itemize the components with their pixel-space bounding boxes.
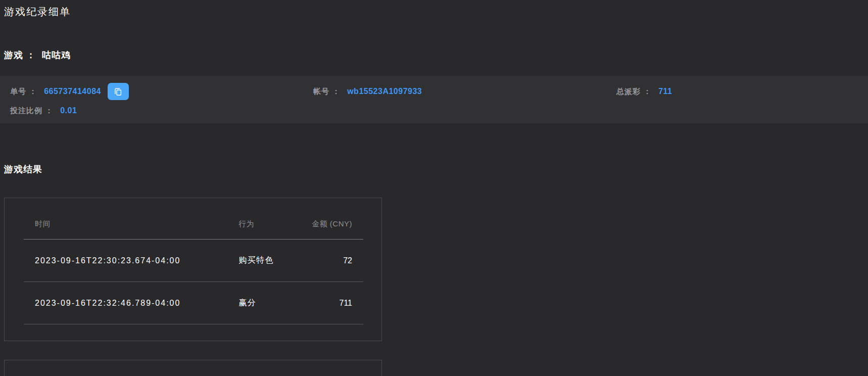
order-number-value: 665737414084 [44,87,101,96]
row-action: 购买特色 [227,240,300,282]
copy-order-number-button[interactable] [108,83,129,100]
page-title: 游戏纪录细单 [0,0,868,17]
secondary-panel [4,360,382,376]
bet-ratio-value: 0.01 [60,106,77,115]
account-label: 帐号 ： [313,87,340,97]
game-name: 咕咕鸡 [42,50,71,60]
account-field: 帐号 ： wb15523A1097933 [313,87,616,97]
summary-bar: 单号 ： 665737414084 帐号 ： wb15523A1097933 总… [0,76,868,123]
results-table: 时间 行为 金额 (CNY) 2023-09-16T22:30:23.674-0… [24,198,363,324]
total-payout-label: 总派彩 ： [616,87,651,97]
row-time: 2023-09-16T22:30:23.674-04:00 [24,240,227,282]
table-row: 2023-09-16T22:30:23.674-04:00 购买特色 72 [24,240,363,282]
table-row: 2023-09-16T22:32:46.789-04:00 赢分 711 [24,282,363,324]
row-amount: 711 [301,282,363,324]
row-time: 2023-09-16T22:32:46.789-04:00 [24,282,227,324]
summary-bar-row-2: 投注比例 ： 0.01 [10,105,868,117]
column-header-time: 时间 [24,198,227,240]
bet-ratio-label: 投注比例 ： [10,106,53,116]
column-header-amount: 金额 (CNY) [301,198,363,240]
copy-document-icon [113,87,123,97]
total-payout-field: 总派彩 ： 711 [616,87,868,97]
results-table-body: 2023-09-16T22:30:23.674-04:00 购买特色 72 20… [24,240,363,324]
game-heading: 游戏 ： 咕咕鸡 [4,50,868,61]
results-heading: 游戏结果 [4,164,868,175]
table-header-row: 时间 行为 金额 (CNY) [24,198,363,240]
order-number-label: 单号 ： [10,87,37,97]
results-panel: 时间 行为 金额 (CNY) 2023-09-16T22:30:23.674-0… [4,198,382,341]
game-heading-label: 游戏 ： [4,50,36,60]
column-header-action: 行为 [227,198,300,240]
account-value: wb15523A1097933 [347,87,422,96]
bet-ratio-field: 投注比例 ： 0.01 [10,106,77,116]
row-amount: 72 [301,240,363,282]
order-number-field: 单号 ： 665737414084 [10,83,313,100]
summary-bar-row-1: 单号 ： 665737414084 帐号 ： wb15523A1097933 总… [10,80,868,103]
row-action: 赢分 [227,282,300,324]
total-payout-value: 711 [658,87,672,96]
results-table-head: 时间 行为 金额 (CNY) [24,198,363,240]
